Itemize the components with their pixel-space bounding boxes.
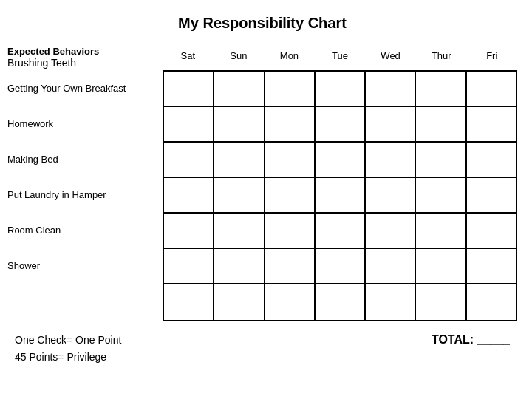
cell-2-0[interactable]: [164, 143, 214, 177]
behavior-label-2: Homework: [7, 106, 163, 141]
cell-1-0[interactable]: [164, 107, 214, 141]
cell-4-3[interactable]: [316, 214, 366, 248]
grid-row-1: [164, 107, 516, 143]
day-header-mon: Mon: [264, 41, 315, 70]
cell-5-1[interactable]: [214, 249, 265, 283]
grid-rows: [163, 70, 517, 321]
cell-3-4[interactable]: [366, 178, 416, 212]
cell-2-2[interactable]: [265, 143, 316, 177]
footer: One Check= One Point TOTAL: _____ 45 Poi…: [7, 333, 517, 363]
day-header-thur: Thur: [416, 41, 467, 70]
cell-3-1[interactable]: [214, 178, 265, 212]
chart-wrapper: Expected Behaviors Brushing Teeth Gettin…: [7, 41, 517, 321]
grid-row-4: [164, 214, 516, 249]
cell-3-5[interactable]: [416, 178, 466, 212]
cell-2-5[interactable]: [416, 143, 466, 177]
cell-3-3[interactable]: [316, 178, 366, 212]
cell-4-0[interactable]: [164, 214, 214, 248]
cell-4-4[interactable]: [366, 214, 416, 248]
cell-2-3[interactable]: [316, 143, 366, 177]
cell-1-1[interactable]: [214, 107, 265, 141]
grid-row-2: [164, 143, 516, 178]
footer-row2: 45 Points= Privilege: [15, 351, 510, 363]
cell-0-2[interactable]: [265, 72, 316, 106]
cell-5-4[interactable]: [366, 249, 416, 283]
cell-1-4[interactable]: [366, 107, 416, 141]
cell-2-4[interactable]: [366, 143, 416, 177]
cell-0-6[interactable]: [467, 72, 516, 106]
expected-behaviors-label: Expected Behaviors: [7, 46, 163, 57]
day-header-sun: Sun: [214, 41, 265, 70]
cell-4-6[interactable]: [467, 214, 516, 248]
day-header-fri: Fri: [466, 41, 517, 70]
cell-6-4[interactable]: [366, 284, 416, 320]
behavior-label-1: Getting Your Own Breakfast: [7, 70, 163, 106]
cell-1-2[interactable]: [265, 107, 316, 141]
behavior-label-6: Shower: [7, 248, 163, 283]
cell-5-3[interactable]: [316, 249, 366, 283]
cell-5-0[interactable]: [164, 249, 214, 283]
day-header-sat: Sat: [163, 41, 214, 70]
cell-1-6[interactable]: [467, 107, 516, 141]
chart-title: My Responsibility Chart: [178, 15, 347, 32]
grid-row-3: [164, 178, 516, 214]
grid-row-5: [164, 249, 516, 284]
cell-6-5[interactable]: [416, 284, 466, 320]
page: My Responsibility Chart Expected Behavio…: [0, 0, 532, 399]
grid-row-0: [164, 72, 516, 107]
first-behavior-label: Brushing Teeth: [7, 57, 163, 69]
cell-6-1[interactable]: [214, 284, 265, 320]
cell-6-6[interactable]: [467, 284, 516, 320]
cell-0-1[interactable]: [214, 72, 265, 106]
cell-0-0[interactable]: [164, 72, 214, 106]
cell-4-1[interactable]: [214, 214, 265, 248]
day-headers: Sat Sun Mon Tue Wed Thur Fri: [163, 41, 517, 70]
total-label: TOTAL: _____: [432, 333, 510, 347]
label-header: Expected Behaviors Brushing Teeth: [7, 41, 163, 70]
cell-2-1[interactable]: [214, 143, 265, 177]
cell-0-4[interactable]: [366, 72, 416, 106]
cell-6-0[interactable]: [164, 284, 214, 320]
cell-6-3[interactable]: [316, 284, 366, 320]
cell-1-3[interactable]: [316, 107, 366, 141]
labels-column: Expected Behaviors Brushing Teeth Gettin…: [7, 41, 163, 321]
cell-3-0[interactable]: [164, 178, 214, 212]
cell-5-5[interactable]: [416, 249, 466, 283]
behavior-label-5: Room Clean: [7, 212, 163, 248]
cell-3-6[interactable]: [467, 178, 516, 212]
points-privilege-label: 45 Points= Privilege: [15, 351, 106, 363]
cell-3-2[interactable]: [265, 178, 316, 212]
cell-5-6[interactable]: [467, 249, 516, 283]
cell-0-3[interactable]: [316, 72, 366, 106]
cell-1-5[interactable]: [416, 107, 466, 141]
grid-section: Sat Sun Mon Tue Wed Thur Fri: [163, 41, 517, 321]
cell-5-2[interactable]: [265, 249, 316, 283]
day-header-tue: Tue: [315, 41, 366, 70]
cell-4-2[interactable]: [265, 214, 316, 248]
grid-row-6: [164, 284, 516, 320]
footer-row1: One Check= One Point TOTAL: _____: [15, 333, 510, 347]
behavior-label-3: Making Bed: [7, 141, 163, 177]
day-header-wed: Wed: [365, 41, 416, 70]
cell-2-6[interactable]: [467, 143, 516, 177]
cell-6-2[interactable]: [265, 284, 316, 320]
one-check-label: One Check= One Point: [15, 334, 121, 346]
cell-4-5[interactable]: [416, 214, 466, 248]
cell-0-5[interactable]: [416, 72, 466, 106]
behavior-label-4: Put Laundry in Hamper: [7, 177, 163, 212]
